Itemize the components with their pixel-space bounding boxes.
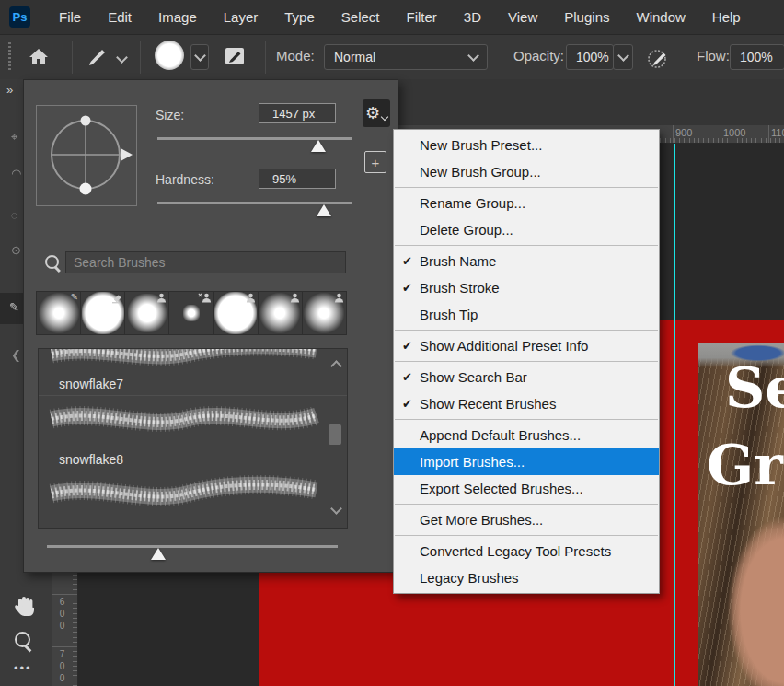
- brush-stroke-preview: [44, 397, 324, 445]
- menu-separator: [395, 330, 658, 331]
- menu-item-append-default-brushes[interactable]: Append Default Brushes...: [394, 422, 659, 448]
- menu-item-label: Brush Stroke: [420, 280, 500, 296]
- menu-item-show-additional-preset-info[interactable]: ✔Show Additional Preset Info: [394, 332, 659, 359]
- hardness-slider-thumb[interactable]: [317, 204, 331, 216]
- create-new-brush-button[interactable]: +: [364, 151, 386, 173]
- divider: [686, 41, 686, 74]
- toggle-brush-settings-icon[interactable]: [223, 44, 247, 68]
- brush-angle-control[interactable]: [36, 105, 137, 206]
- canvas-text-line2: Gr: [707, 437, 783, 493]
- search-brushes-input[interactable]: [65, 251, 346, 273]
- menubar-item-select[interactable]: Select: [341, 9, 380, 25]
- canvas-text-line1: Se: [725, 360, 784, 415]
- scroll-up-icon[interactable]: [330, 360, 342, 372]
- hardness-input[interactable]: [259, 169, 336, 189]
- menubar-item-view[interactable]: View: [508, 9, 537, 25]
- edit-toolbar-icon[interactable]: •••: [14, 661, 32, 675]
- ruler-number: 110: [771, 127, 784, 138]
- mode-label: Mode:: [276, 48, 315, 64]
- hand-tool-icon[interactable]: [12, 591, 38, 617]
- person-x-icon: [198, 293, 212, 305]
- blend-mode-select[interactable]: Normal: [324, 44, 488, 70]
- menu-item-legacy-brushes[interactable]: Legacy Brushes: [394, 564, 659, 591]
- menu-item-converted-legacy-tool-presets[interactable]: Converted Legacy Tool Presets: [394, 538, 659, 564]
- search-icon: [45, 255, 59, 269]
- flow-value-box[interactable]: 100%: [730, 44, 784, 70]
- menu-item-get-more-brushes[interactable]: Get More Brushes...: [394, 506, 659, 533]
- menu-item-new-brush-group[interactable]: New Brush Group...: [394, 158, 659, 185]
- recent-brush-dot[interactable]: [169, 292, 213, 334]
- menu-item-import-brushes[interactable]: Import Brushes...: [394, 448, 659, 475]
- active-tool-highlight[interactable]: ✎: [0, 293, 23, 324]
- recent-brush-hard-large[interactable]: [214, 292, 259, 334]
- checkmark-icon: ✔: [402, 248, 412, 274]
- menu-item-label: Brush Tip: [420, 307, 478, 322]
- ruler-major-tick: [52, 594, 77, 595]
- menu-item-brush-name[interactable]: ✔Brush Name: [394, 248, 659, 274]
- menubar-item-3d[interactable]: 3D: [464, 9, 481, 25]
- menu-item-delete-group[interactable]: Delete Group...: [394, 216, 659, 243]
- menu-item-label: Get More Brushes...: [420, 512, 543, 528]
- scrollbar-thumb[interactable]: [329, 424, 341, 445]
- preview-size-slider-thumb[interactable]: [151, 548, 166, 560]
- tool-fragment[interactable]: ⌖: [11, 130, 17, 145]
- pressure-opacity-icon[interactable]: [645, 45, 671, 71]
- panel-options-gear-icon[interactable]: ⚙: [363, 99, 390, 127]
- ruler-major-tick: [768, 125, 769, 143]
- brush-list-scrollbar[interactable]: [328, 349, 344, 528]
- zoom-tool-icon[interactable]: [15, 632, 30, 647]
- chevron-down-icon[interactable]: [116, 52, 128, 64]
- home-icon[interactable]: [28, 46, 50, 68]
- tool-fragment[interactable]: ❮: [11, 348, 21, 362]
- menubar-item-window[interactable]: Window: [636, 9, 685, 25]
- menubar-item-layer[interactable]: Layer: [224, 9, 259, 25]
- tool-fragment[interactable]: ⊙: [11, 243, 21, 257]
- recent-brush-soft[interactable]: [303, 292, 346, 334]
- document-photo[interactable]: Se Gr: [698, 343, 784, 686]
- menubar-item-image[interactable]: Image: [158, 9, 197, 25]
- size-slider-thumb[interactable]: [311, 140, 326, 152]
- opacity-label: Opacity:: [513, 48, 564, 64]
- menubar-item-file[interactable]: File: [59, 9, 81, 25]
- person-icon: [334, 293, 344, 305]
- tool-fragment[interactable]: ◠: [11, 167, 21, 180]
- recent-brush-soft-medium[interactable]: [125, 292, 169, 334]
- size-input[interactable]: [259, 103, 336, 123]
- brush-tip-preview[interactable]: [155, 41, 184, 70]
- menu-item-export-selected-brushes[interactable]: Export Selected Brushes...: [394, 475, 659, 502]
- canvas-guide-line[interactable]: [674, 144, 675, 686]
- divider: [72, 41, 73, 74]
- menu-item-new-brush-preset[interactable]: New Brush Preset...: [394, 132, 659, 158]
- menubar-item-edit[interactable]: Edit: [108, 9, 132, 25]
- menu-item-brush-tip[interactable]: Brush Tip: [394, 301, 659, 328]
- row-separator: [39, 395, 347, 396]
- menubar-item-type[interactable]: Type: [284, 9, 315, 25]
- menu-item-label: Show Recent Brushes: [420, 396, 556, 412]
- brush-tool-preset-icon[interactable]: [86, 46, 109, 68]
- brush-picker-dropdown[interactable]: [190, 44, 209, 70]
- menubar-item-filter[interactable]: Filter: [407, 9, 437, 25]
- menubar-item-help[interactable]: Help: [712, 9, 741, 25]
- checkmark-icon: ✔: [402, 390, 412, 417]
- menu-item-brush-stroke[interactable]: ✔Brush Stroke: [394, 274, 659, 301]
- eraser-icon: [111, 293, 122, 306]
- recent-brush-soft[interactable]: [259, 292, 303, 334]
- person-icon: [246, 293, 256, 305]
- preview-size-slider[interactable]: [47, 545, 338, 548]
- menu-item-show-search-bar[interactable]: ✔Show Search Bar: [394, 364, 659, 390]
- menu-item-label: Append Default Brushes...: [420, 427, 581, 443]
- menu-item-show-recent-brushes[interactable]: ✔Show Recent Brushes: [394, 390, 659, 417]
- recent-brush-soft[interactable]: ✎: [37, 292, 81, 334]
- menubar-item-plugins[interactable]: Plugins: [564, 9, 609, 25]
- menu-item-label: Legacy Brushes: [420, 570, 519, 586]
- scroll-down-icon[interactable]: [330, 503, 342, 515]
- recent-brush-hard-large[interactable]: [81, 292, 125, 334]
- collapse-toolbar-icon[interactable]: »: [6, 83, 11, 97]
- menu-item-label: Show Search Bar: [420, 369, 527, 385]
- opacity-value-box[interactable]: 100%: [566, 44, 614, 70]
- menu-item-rename-group[interactable]: Rename Group...: [394, 190, 659, 216]
- blend-mode-value: Normal: [334, 50, 375, 64]
- opacity-dropdown[interactable]: [613, 44, 633, 70]
- options-bar-gripper[interactable]: [8, 42, 11, 72]
- tool-fragment[interactable]: ◌: [11, 208, 18, 222]
